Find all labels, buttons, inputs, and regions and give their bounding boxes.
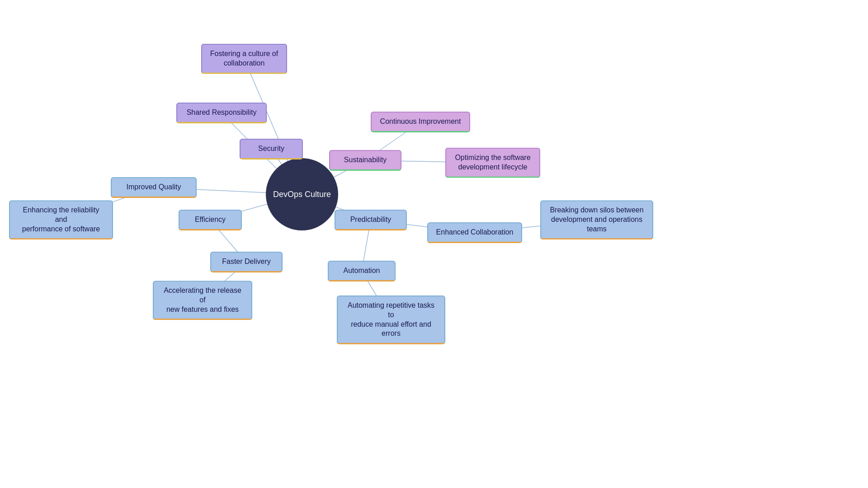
- svg-line-2: [271, 149, 302, 194]
- svg-line-6: [210, 220, 246, 262]
- svg-line-9: [365, 122, 420, 160]
- svg-line-7: [203, 262, 246, 300]
- svg-line-4: [61, 188, 154, 220]
- svg-line-14: [362, 220, 371, 271]
- svg-line-0: [244, 59, 302, 194]
- svg-line-8: [302, 160, 365, 194]
- svg-line-3: [154, 188, 302, 194]
- svg-line-10: [365, 160, 493, 163]
- mind-map-svg: [0, 0, 868, 488]
- svg-line-13: [475, 220, 597, 233]
- svg-line-11: [302, 194, 371, 220]
- svg-line-5: [210, 194, 302, 220]
- svg-line-15: [362, 271, 391, 320]
- svg-line-1: [222, 113, 302, 194]
- svg-line-12: [371, 220, 475, 233]
